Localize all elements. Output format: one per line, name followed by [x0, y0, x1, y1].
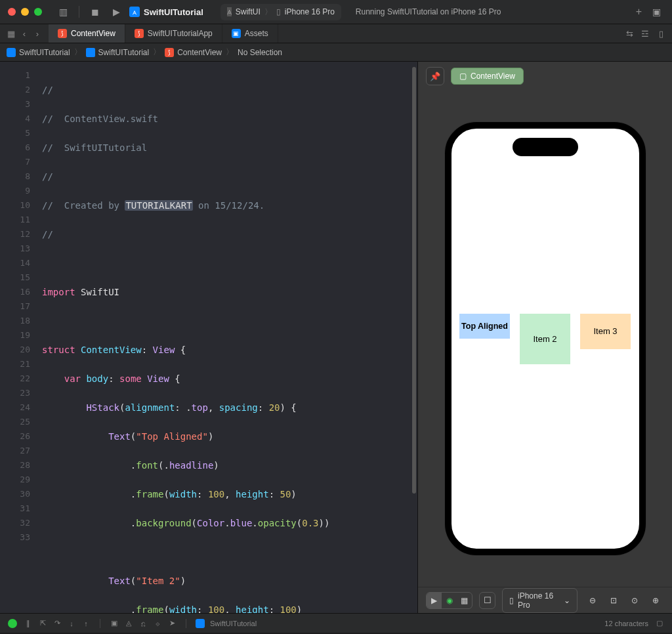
step-icon[interactable]: ⇱	[38, 619, 47, 628]
zoom-in-icon[interactable]: ⊕	[647, 593, 664, 608]
line-number: 1	[0, 68, 30, 83]
zoom-fit-icon[interactable]: ⊡	[605, 593, 622, 608]
line-number: 11	[0, 213, 30, 227]
tab-app[interactable]: ⟆ SwiftUITutorialApp	[125, 24, 222, 43]
chevron-right-icon: 〉	[264, 7, 272, 18]
crumb-selection[interactable]: No Selection	[238, 48, 282, 57]
step-in-icon[interactable]: ↓	[67, 619, 76, 628]
line-number: 23	[0, 386, 30, 400]
crumb-project[interactable]: SwiftUITutorial	[7, 48, 70, 57]
stop-icon[interactable]: ◼	[87, 4, 103, 20]
line-number: 18	[0, 314, 30, 328]
preview-canvas[interactable]: Top Aligned Item 2 Item 3	[418, 91, 672, 587]
code-selection: TUTORIALKART	[125, 200, 192, 211]
line-gutter: 1 2 3 4 5 6 7 8 9 10 11 12 13 14 15 16 1…	[0, 62, 37, 613]
window-icon: ▢	[459, 72, 467, 81]
pin-icon[interactable]: 📌	[426, 67, 444, 85]
related-items-icon[interactable]: ▦	[7, 29, 16, 38]
nav-back-icon[interactable]: ‹	[20, 29, 29, 38]
code-token: (	[163, 489, 169, 499]
line-number: 30	[0, 487, 30, 501]
editor-tabbar: ▦ ‹ › ⟆ ContentView ⟆ SwiftUITutorialApp…	[0, 24, 672, 43]
zoom-actual-icon[interactable]: ⊙	[626, 593, 643, 608]
simulate-icon[interactable]: ⟐	[153, 619, 162, 628]
device-settings-icon[interactable]: ☐	[479, 592, 495, 609]
line-number: 17	[0, 299, 30, 314]
code-token: top	[192, 402, 208, 413]
line-number: 29	[0, 473, 30, 487]
code-token: ContentView.swift	[64, 114, 158, 124]
pause-icon[interactable]: ‖	[24, 619, 33, 628]
crumb-file[interactable]: ⟆ ContentView	[165, 48, 222, 57]
nav-forward-icon[interactable]: ›	[33, 29, 42, 38]
line-number: 27	[0, 444, 30, 458]
line-number: 21	[0, 357, 30, 371]
library-icon[interactable]: ▣	[648, 4, 664, 20]
selectable-mode-icon[interactable]: ◉	[442, 593, 457, 608]
code-token: :	[269, 604, 280, 613]
code-body[interactable]: // // ContentView.swift // SwiftUITutori…	[37, 62, 412, 613]
line-number: 25	[0, 415, 30, 429]
line-number: 4	[0, 112, 30, 126]
code-token: (.	[158, 460, 169, 471]
app-name: SwiftUITutorial	[144, 7, 203, 17]
crumb-folder[interactable]: SwiftUITutorial	[86, 48, 150, 57]
adjust-icon[interactable]: ☲	[640, 29, 650, 38]
selection-count: 12 characters	[604, 620, 648, 627]
tab-label: SwiftUITutorialApp	[148, 29, 213, 38]
code-token: 50	[280, 489, 291, 499]
tab-contentview[interactable]: ⟆ ContentView	[49, 24, 125, 43]
code-token: 20	[269, 402, 280, 413]
preview-toolbar-bottom: ▶ ◉ ▦ ☐ ▯ iPhone 16 Pro ⌄ ⊖ ⊡ ⊙ ⊕	[418, 587, 672, 613]
line-number: 33	[0, 530, 30, 545]
code-token: SwiftUITutorial	[64, 142, 147, 153]
line-number: 28	[0, 458, 30, 473]
zoom-out-icon[interactable]: ⊖	[584, 593, 601, 608]
debug-view-icon[interactable]: ▣	[110, 619, 119, 628]
split-icon[interactable]: ▯	[656, 29, 665, 38]
location-icon[interactable]: ➤	[167, 619, 177, 628]
code-token: //	[42, 171, 53, 182]
code-token: //	[42, 114, 64, 124]
code-editor[interactable]: 1 2 3 4 5 6 7 8 9 10 11 12 13 14 15 16 1…	[0, 62, 417, 613]
code-token: :	[258, 402, 269, 413]
scheme-app[interactable]: ⟑ SwiftUITutorial	[129, 7, 203, 17]
hierarchy-icon[interactable]: ⎌	[138, 619, 148, 628]
run-icon[interactable]: ▶	[108, 4, 124, 20]
minimize-window-icon[interactable]	[21, 8, 29, 16]
step-out-icon[interactable]: ↑	[81, 619, 91, 628]
refresh-icon[interactable]: ⇆	[625, 29, 634, 38]
live-mode-icon[interactable]: ▶	[427, 593, 442, 608]
code-token: {	[175, 345, 186, 355]
variants-mode-icon[interactable]: ▦	[457, 593, 472, 608]
add-tab-icon[interactable]: +	[636, 6, 642, 18]
build-success-icon[interactable]	[8, 619, 17, 628]
breadcrumb: SwiftUITutorial 〉 SwiftUITutorial 〉 ⟆ Co…	[0, 43, 672, 62]
tab-assets[interactable]: ▣ Assets	[222, 24, 278, 43]
line-number: 20	[0, 343, 30, 357]
sidebar-toggle-icon[interactable]: ▥	[55, 4, 71, 20]
divider	[79, 6, 79, 18]
crumb-label: No Selection	[238, 48, 282, 57]
line-number: 12	[0, 227, 30, 242]
device-selector[interactable]: ▯ iPhone 16 Pro ⌄	[502, 588, 578, 613]
scheme-left: SwiftUI	[236, 7, 261, 16]
footer-target[interactable]: SwiftUITutorial	[196, 619, 257, 628]
zoom-window-icon[interactable]	[34, 8, 42, 16]
step-over-icon[interactable]: ↷	[52, 619, 62, 628]
panel-toggle-icon[interactable]: ▢	[655, 619, 664, 628]
close-window-icon[interactable]	[8, 8, 16, 16]
device-label: iPhone 16 Pro	[518, 591, 560, 610]
code-token: width	[169, 604, 197, 613]
code-token: font	[136, 460, 158, 471]
memory-icon[interactable]: ◬	[124, 619, 133, 628]
code-token: 100	[280, 604, 297, 613]
preview-selector[interactable]: ▢ ContentView	[451, 68, 524, 85]
code-token: body	[81, 373, 108, 384]
folder-icon	[86, 48, 95, 57]
scrollbar[interactable]	[412, 67, 416, 494]
line-number: 22	[0, 371, 30, 386]
line-number: 7	[0, 155, 30, 169]
chevron-right-icon: 〉	[226, 47, 234, 58]
scheme-selector[interactable]: ⟑ SwiftUI 〉 ▯ iPhone 16 Pro	[220, 4, 341, 20]
